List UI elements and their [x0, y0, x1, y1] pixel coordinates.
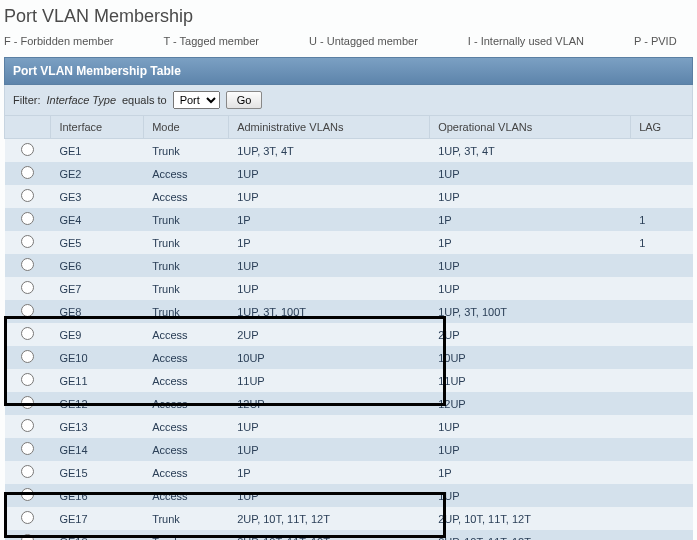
row-select-radio[interactable] [21, 189, 34, 202]
legend-row: F - Forbidden member T - Tagged member U… [0, 35, 697, 57]
row-select-radio[interactable] [21, 419, 34, 432]
cell-interface: GE3 [51, 185, 144, 208]
row-select-radio[interactable] [21, 465, 34, 478]
row-select-radio[interactable] [21, 442, 34, 455]
table-row[interactable]: GE8Trunk1UP, 3T, 100T1UP, 3T, 100T [5, 300, 693, 323]
cell-admin: 10UP [229, 346, 430, 369]
table-row[interactable]: GE11Access11UP11UP [5, 369, 693, 392]
row-select-radio[interactable] [21, 350, 34, 363]
cell-admin: 1UP [229, 254, 430, 277]
table-row[interactable]: GE5Trunk1P1P1 [5, 231, 693, 254]
table-row[interactable]: GE7Trunk1UP1UP [5, 277, 693, 300]
row-select-radio[interactable] [21, 327, 34, 340]
cell-mode: Trunk [144, 254, 229, 277]
table-row[interactable]: GE10Access10UP10UP [5, 346, 693, 369]
row-select-cell [5, 139, 51, 163]
cell-admin: 1UP [229, 277, 430, 300]
row-select-cell [5, 277, 51, 300]
cell-lag: 1 [631, 208, 693, 231]
cell-interface: GE5 [51, 231, 144, 254]
row-select-radio[interactable] [21, 281, 34, 294]
col-header-mode: Mode [144, 116, 229, 139]
legend-forbidden: F - Forbidden member [4, 35, 113, 47]
cell-lag [631, 346, 693, 369]
table-row[interactable]: GE13Access1UP1UP [5, 415, 693, 438]
cell-lag [631, 323, 693, 346]
cell-lag [631, 369, 693, 392]
cell-mode: Access [144, 484, 229, 507]
cell-interface: GE17 [51, 507, 144, 530]
row-select-radio[interactable] [21, 534, 34, 540]
row-select-radio[interactable] [21, 304, 34, 317]
row-select-cell [5, 530, 51, 540]
cell-lag [631, 254, 693, 277]
row-select-radio[interactable] [21, 373, 34, 386]
cell-lag [631, 139, 693, 163]
row-select-radio[interactable] [21, 235, 34, 248]
table-row[interactable]: GE15Access1P1P [5, 461, 693, 484]
cell-interface: GE13 [51, 415, 144, 438]
row-select-radio[interactable] [21, 212, 34, 225]
cell-admin: 1UP, 3T, 100T [229, 300, 430, 323]
cell-admin: 1P [229, 231, 430, 254]
table-row[interactable]: GE2Access1UP1UP [5, 162, 693, 185]
cell-oper: 1P [430, 461, 631, 484]
panel-header: Port VLAN Membership Table [4, 57, 693, 85]
cell-mode: Trunk [144, 277, 229, 300]
cell-oper: 1UP [430, 254, 631, 277]
cell-oper: 1P [430, 231, 631, 254]
row-select-cell [5, 254, 51, 277]
table-row[interactable]: GE18Trunk2UP, 10T, 11T, 12T2UP, 10T, 11T… [5, 530, 693, 540]
cell-mode: Trunk [144, 530, 229, 540]
table-row[interactable]: GE4Trunk1P1P1 [5, 208, 693, 231]
cell-mode: Trunk [144, 208, 229, 231]
go-button[interactable]: Go [226, 91, 263, 109]
row-select-cell [5, 323, 51, 346]
legend-pvid: P - PVID [634, 35, 677, 47]
table-row[interactable]: GE17Trunk2UP, 10T, 11T, 12T2UP, 10T, 11T… [5, 507, 693, 530]
cell-oper: 2UP, 10T, 11T, 12T [430, 530, 631, 540]
cell-interface: GE7 [51, 277, 144, 300]
row-select-cell [5, 300, 51, 323]
cell-mode: Trunk [144, 300, 229, 323]
cell-admin: 11UP [229, 369, 430, 392]
cell-interface: GE11 [51, 369, 144, 392]
cell-oper: 1UP [430, 438, 631, 461]
filter-label: Filter: [13, 94, 41, 106]
row-select-cell [5, 392, 51, 415]
cell-lag [631, 484, 693, 507]
cell-interface: GE6 [51, 254, 144, 277]
cell-admin: 1UP [229, 415, 430, 438]
interface-type-select[interactable]: Port [173, 91, 220, 109]
cell-oper: 1UP [430, 162, 631, 185]
table-row[interactable]: GE6Trunk1UP1UP [5, 254, 693, 277]
legend-internal: I - Internally used VLAN [468, 35, 584, 47]
row-select-radio[interactable] [21, 511, 34, 524]
filter-operator: equals to [122, 94, 167, 106]
cell-admin: 1UP [229, 185, 430, 208]
row-select-cell [5, 438, 51, 461]
cell-oper: 2UP, 10T, 11T, 12T [430, 507, 631, 530]
cell-mode: Trunk [144, 507, 229, 530]
table-row[interactable]: GE1Trunk1UP, 3T, 4T1UP, 3T, 4T [5, 139, 693, 163]
legend-untagged: U - Untagged member [309, 35, 418, 47]
table-row[interactable]: GE9Access2UP2UP [5, 323, 693, 346]
row-select-radio[interactable] [21, 258, 34, 271]
table-row[interactable]: GE16Access1UP1UP [5, 484, 693, 507]
row-select-radio[interactable] [21, 488, 34, 501]
table-row[interactable]: GE3Access1UP1UP [5, 185, 693, 208]
col-header-interface: Interface [51, 116, 144, 139]
cell-lag [631, 392, 693, 415]
table-row[interactable]: GE14Access1UP1UP [5, 438, 693, 461]
cell-admin: 1P [229, 461, 430, 484]
cell-interface: GE10 [51, 346, 144, 369]
cell-mode: Access [144, 438, 229, 461]
row-select-radio[interactable] [21, 396, 34, 409]
cell-lag [631, 162, 693, 185]
row-select-radio[interactable] [21, 166, 34, 179]
filter-field-label: Interface Type [47, 94, 117, 106]
table-row[interactable]: GE12Access12UP12UP [5, 392, 693, 415]
membership-panel: Port VLAN Membership Table Filter: Inter… [4, 57, 693, 540]
row-select-radio[interactable] [21, 143, 34, 156]
cell-interface: GE4 [51, 208, 144, 231]
